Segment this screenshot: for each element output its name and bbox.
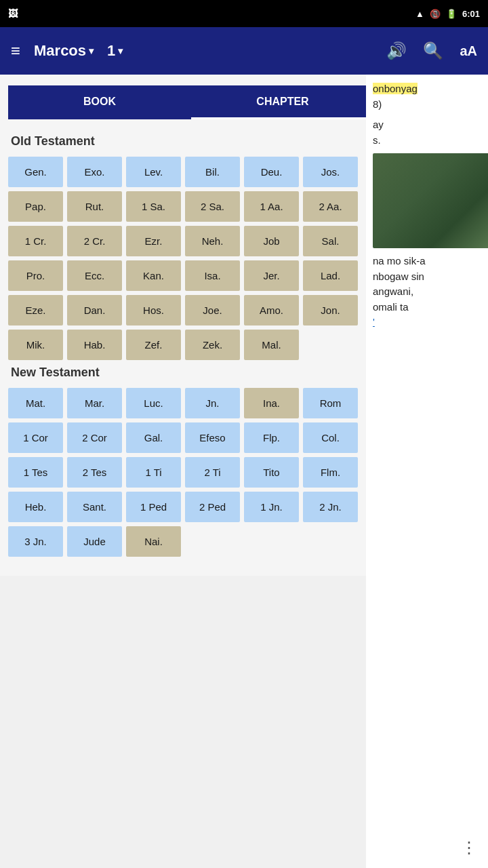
book-btn-lad[interactable]: Lad. [303, 260, 358, 291]
dropdown-panel: BOOK CHAPTER Old Testament Gen.Exo.Lev.B… [0, 75, 366, 576]
book-btn-2cr[interactable]: 2 Cr. [67, 226, 122, 256]
book-btn-pap[interactable]: Pap. [8, 191, 63, 222]
status-bar: 🖼 ▲ 📵 🔋 6:01 [0, 0, 488, 27]
book-btn-ina[interactable]: Ina. [244, 388, 299, 418]
book-btn-2cor[interactable]: 2 Cor [67, 422, 122, 453]
book-btn-jer[interactable]: Jer. [244, 260, 299, 291]
book-btn-ecc[interactable]: Ecc. [67, 260, 122, 291]
book-btn-2aa[interactable]: 2 Aa. [303, 191, 358, 222]
verse-ref: 8) [373, 98, 382, 110]
book-btn-ezr[interactable]: Ezr. [126, 226, 181, 256]
book-btn-2ped[interactable]: 2 Ped [185, 492, 240, 522]
book-btn-eze[interactable]: Eze. [8, 295, 63, 326]
book-btn-deu[interactable]: Deu. [244, 157, 299, 187]
book-btn-nai[interactable]: Nai. [126, 526, 181, 557]
book-btn-1ti[interactable]: 1 Ti [126, 457, 181, 488]
book-btn-rut[interactable]: Rut. [67, 191, 122, 222]
nav-bar: ≡ Marcos ▾ 1 ▾ 🔊 🔍 aA [0, 27, 488, 75]
book-btn-2sa[interactable]: 2 Sa. [185, 191, 240, 222]
font-button[interactable]: aA [460, 43, 477, 59]
book-btn-zef[interactable]: Zef. [126, 330, 181, 360]
book-btn-1aa[interactable]: 1 Aa. [244, 191, 299, 222]
tab-book-label: BOOK [83, 96, 116, 108]
book-btn-jos[interactable]: Jos. [303, 157, 358, 187]
book-btn-bil[interactable]: Bil. [185, 157, 240, 187]
book-btn-neh[interactable]: Neh. [185, 226, 240, 256]
signal-icon: 📵 [430, 9, 441, 19]
book-btn-2tes[interactable]: 2 Tes [67, 457, 122, 488]
book-btn-1tes[interactable]: 1 Tes [8, 457, 63, 488]
book-btn-col[interactable]: Col. [303, 422, 358, 453]
book-btn-hab[interactable]: Hab. [67, 330, 122, 360]
book-btn-pro[interactable]: Pro. [8, 260, 63, 291]
menu-button[interactable]: ≡ [11, 41, 20, 60]
audio-button[interactable]: 🔊 [386, 41, 407, 60]
book-btn-jn[interactable]: Jn. [185, 388, 240, 418]
text1: ay [373, 119, 384, 130]
book-btn-1sa[interactable]: 1 Sa. [126, 191, 181, 222]
book-btn-heb[interactable]: Heb. [8, 492, 63, 522]
book-btn-2ti[interactable]: 2 Ti [185, 457, 240, 488]
book-btn-hos[interactable]: Hos. [126, 295, 181, 326]
book-btn-2jn[interactable]: 2 Jn. [303, 492, 358, 522]
book-btn-kan[interactable]: Kan. [126, 260, 181, 291]
old-testament-title: Old Testament [11, 134, 358, 149]
book-btn-gen[interactable]: Gen. [8, 157, 63, 187]
book-btn-efeso[interactable]: Efeso [185, 422, 240, 453]
book-btn-joe[interactable]: Joe. [185, 295, 240, 326]
book-btn-tito[interactable]: Tito [244, 457, 299, 488]
book-btn-jude[interactable]: Jude [67, 526, 122, 557]
text4: nbogaw sin [373, 271, 424, 282]
wifi-icon: ▲ [415, 9, 424, 19]
bible-image [373, 153, 488, 248]
text2: s. [373, 134, 381, 146]
bible-content: onbonyag 8) ay s. na mo sik-a nbogaw sin… [366, 75, 488, 868]
battery-icon: 🔋 [446, 9, 457, 19]
book-btn-job[interactable]: Job [244, 226, 299, 256]
book-btn-sal[interactable]: Sal. [303, 226, 358, 256]
book-btn-gal[interactable]: Gal. [126, 422, 181, 453]
chapter-num-label: 1 [107, 42, 115, 60]
chapter-dropdown-arrow: ▾ [118, 45, 123, 56]
book-btn-rom[interactable]: Rom [303, 388, 358, 418]
more-options-button[interactable]: ⋮ [461, 838, 477, 857]
text6: omali ta [373, 301, 409, 313]
book-btn-1cor[interactable]: 1 Cor [8, 422, 63, 453]
book-btn-dan[interactable]: Dan. [67, 295, 122, 326]
nav-right: 🔊 🔍 aA [386, 41, 477, 60]
book-btn-mat[interactable]: Mat. [8, 388, 63, 418]
book-btn-flm[interactable]: Flm. [303, 457, 358, 488]
book-btn-isa[interactable]: Isa. [185, 260, 240, 291]
book-btn-3jn[interactable]: 3 Jn. [8, 526, 63, 557]
book-btn-exo[interactable]: Exo. [67, 157, 122, 187]
book-btn-mal[interactable]: Mal. [244, 330, 299, 360]
highlighted-word: onbonyag [373, 83, 418, 94]
tab-bar: BOOK CHAPTER [8, 85, 366, 119]
book-selector[interactable]: Marcos ▾ [34, 42, 94, 60]
status-bar-right: ▲ 📵 🔋 6:01 [415, 9, 480, 19]
book-btn-jon[interactable]: Jon. [303, 295, 358, 326]
book-btn-luc[interactable]: Luc. [126, 388, 181, 418]
tab-book[interactable]: BOOK [8, 85, 191, 119]
book-btn-1jn[interactable]: 1 Jn. [244, 492, 299, 522]
book-btn-zek[interactable]: Zek. [185, 330, 240, 360]
book-btn-flp[interactable]: Flp. [244, 422, 299, 453]
book-btn-sant[interactable]: Sant. [67, 492, 122, 522]
book-btn-1ped[interactable]: 1 Ped [126, 492, 181, 522]
book-btn-1cr[interactable]: 1 Cr. [8, 226, 63, 256]
chapter-selector[interactable]: 1 ▾ [107, 42, 123, 60]
book-btn-amo[interactable]: Amo. [244, 295, 299, 326]
old-testament-grid: Gen.Exo.Lev.Bil.Deu.Jos.Pap.Rut.1 Sa.2 S… [8, 157, 358, 360]
new-testament-title: New Testament [11, 366, 358, 380]
tab-chapter-label: CHAPTER [256, 96, 308, 108]
text3: na mo sik-a [373, 255, 426, 267]
new-testament-grid: Mat.Mar.Luc.Jn.Ina.Rom1 Cor2 CorGal.Efes… [8, 388, 358, 557]
book-btn-lev[interactable]: Lev. [126, 157, 181, 187]
book-btn-mik[interactable]: Mik. [8, 330, 63, 360]
book-btn-mar[interactable]: Mar. [67, 388, 122, 418]
text5: angwani, [373, 285, 413, 297]
bible-link[interactable]: ' [373, 316, 375, 328]
status-bar-left: 🖼 [8, 8, 18, 19]
tab-chapter[interactable]: CHAPTER [191, 85, 366, 119]
search-button[interactable]: 🔍 [423, 41, 443, 60]
